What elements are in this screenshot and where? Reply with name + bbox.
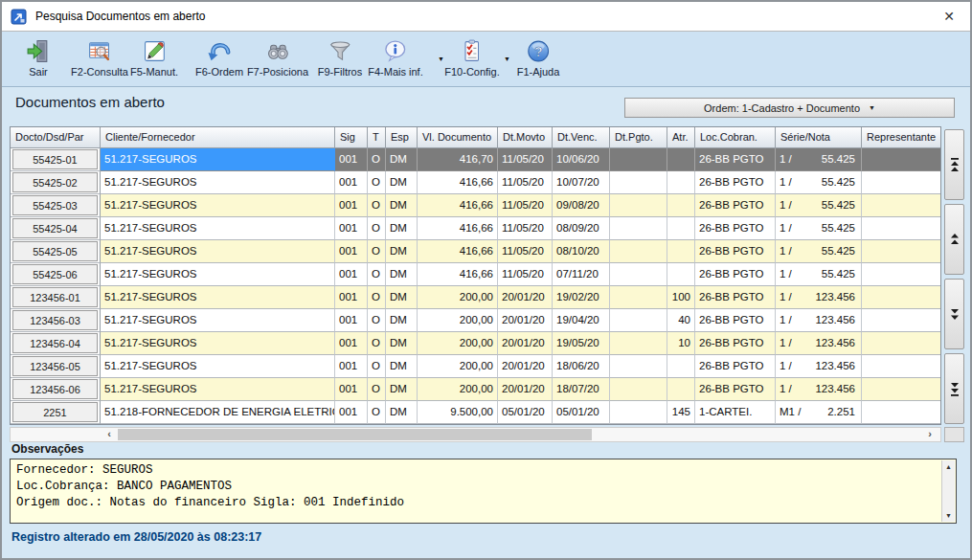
cell-t[interactable]: O xyxy=(368,263,386,286)
cell-serie-nota[interactable]: 1 /55.425 xyxy=(776,217,862,240)
cell-atr[interactable] xyxy=(667,355,695,378)
cell-movto[interactable]: 11/05/20 xyxy=(498,171,553,194)
cell-atr[interactable] xyxy=(667,240,695,263)
cell-rep[interactable] xyxy=(862,171,941,194)
sair-button[interactable]: Sair xyxy=(23,36,55,79)
cell-movto[interactable]: 20/01/20 xyxy=(498,378,553,401)
cell-sig[interactable]: 001 xyxy=(335,378,368,401)
cell-atr[interactable]: 145 xyxy=(667,401,695,424)
cell-venc[interactable]: 18/07/20 xyxy=(553,378,610,401)
cell-venc[interactable]: 09/08/20 xyxy=(553,194,610,217)
cell-rep[interactable] xyxy=(862,286,941,309)
column-header-11[interactable]: Série/Nota xyxy=(776,127,862,148)
observations-textarea[interactable]: Fornecedor: SEGUROS Loc.Cobrança: BANCO … xyxy=(10,459,957,524)
cell-serie-nota[interactable]: 1 /123.456 xyxy=(776,378,862,401)
horizontal-scrollbar-thumb[interactable] xyxy=(118,429,592,440)
cell-rep[interactable] xyxy=(862,148,941,171)
cell-movto[interactable]: 11/05/20 xyxy=(498,148,553,171)
cell-movto[interactable]: 11/05/20 xyxy=(498,194,553,217)
cell-sig[interactable]: 001 xyxy=(335,286,368,309)
cell-serie-nota[interactable]: M1 /2.251 xyxy=(776,401,862,424)
close-icon[interactable]: ✕ xyxy=(940,8,958,25)
cell-movto[interactable]: 20/01/20 xyxy=(498,355,553,378)
cell-sig[interactable]: 001 xyxy=(335,148,368,171)
column-header-4[interactable]: Esp xyxy=(386,127,418,148)
cell-sig[interactable]: 001 xyxy=(335,263,368,286)
cell-atr[interactable]: 10 xyxy=(667,332,695,355)
cell-esp[interactable]: DM xyxy=(386,332,418,355)
cell-atr[interactable] xyxy=(667,378,695,401)
cell-valor[interactable]: 416,66 xyxy=(418,263,498,286)
cell-venc[interactable]: 10/06/20 xyxy=(553,148,610,171)
cell-pgto[interactable] xyxy=(610,355,667,378)
table-row[interactable]: 123456-0151.217-SEGUROS001ODM200,0020/01… xyxy=(11,286,940,309)
cell-esp[interactable]: DM xyxy=(386,240,418,263)
cell-loc[interactable]: 26-BB PGTO xyxy=(695,286,776,309)
cell-valor[interactable]: 9.500,00 xyxy=(418,401,498,424)
row-selector-button[interactable]: 55425-04 xyxy=(12,218,98,238)
f4-mais-inf-button[interactable]: F4-Mais inf. xyxy=(365,36,425,79)
cell-venc[interactable]: 07/11/20 xyxy=(553,263,610,286)
cell-esp[interactable]: DM xyxy=(386,401,418,424)
cell-pgto[interactable] xyxy=(610,194,667,217)
obs-scroll-down-icon[interactable]: ▼ xyxy=(942,512,955,519)
cell-atr[interactable] xyxy=(667,263,695,286)
cell-rep[interactable] xyxy=(862,217,941,240)
cell-loc[interactable]: 26-BB PGTO xyxy=(695,332,776,355)
cell-esp[interactable]: DM xyxy=(386,217,418,240)
cell-loc[interactable]: 26-BB PGTO xyxy=(695,309,776,332)
cell-loc[interactable]: 26-BB PGTO xyxy=(695,263,776,286)
cell-venc[interactable]: 19/05/20 xyxy=(553,332,610,355)
cell-loc[interactable]: 26-BB PGTO xyxy=(695,217,776,240)
cell-valor[interactable]: 200,00 xyxy=(418,332,498,355)
cell-esp[interactable]: DM xyxy=(386,194,418,217)
cell-movto[interactable]: 20/01/20 xyxy=(498,286,553,309)
cell-venc[interactable]: 19/04/20 xyxy=(553,309,610,332)
cell-sig[interactable]: 001 xyxy=(335,401,368,424)
column-header-3[interactable]: T xyxy=(368,127,386,148)
row-selector-button[interactable]: 123456-03 xyxy=(12,310,98,330)
cell-serie-nota[interactable]: 1 /55.425 xyxy=(776,240,862,263)
cell-pgto[interactable] xyxy=(610,263,667,286)
cell-movto[interactable]: 20/01/20 xyxy=(498,309,553,332)
cell-sig[interactable]: 001 xyxy=(335,171,368,194)
scroll-right-icon[interactable]: › xyxy=(922,428,938,441)
cell-sig[interactable]: 001 xyxy=(335,240,368,263)
cell-pgto[interactable] xyxy=(610,286,667,309)
row-selector-button[interactable]: 123456-06 xyxy=(12,379,98,399)
cell-venc[interactable]: 08/10/20 xyxy=(553,240,610,263)
cell-rep[interactable] xyxy=(862,309,941,332)
cell-atr[interactable] xyxy=(667,194,695,217)
cell-cliente[interactable]: 51.217-SEGUROS xyxy=(101,378,335,401)
table-row[interactable]: 55425-0351.217-SEGUROS001ODM416,6611/05/… xyxy=(11,194,940,217)
column-header-6[interactable]: Dt.Movto xyxy=(498,127,553,148)
cell-t[interactable]: O xyxy=(368,217,386,240)
cell-serie-nota[interactable]: 1 /55.425 xyxy=(776,194,862,217)
cell-cliente[interactable]: 51.217-SEGUROS xyxy=(101,263,335,286)
cell-t[interactable]: O xyxy=(368,171,386,194)
table-row[interactable]: 55425-0151.217-SEGUROS001ODM416,7011/05/… xyxy=(11,148,940,171)
cell-esp[interactable]: DM xyxy=(386,355,418,378)
table-row[interactable]: 123456-0351.217-SEGUROS001ODM200,0020/01… xyxy=(11,309,940,332)
cell-pgto[interactable] xyxy=(610,332,667,355)
cell-t[interactable]: O xyxy=(368,309,386,332)
cell-pgto[interactable] xyxy=(610,240,667,263)
cell-serie-nota[interactable]: 1 /55.425 xyxy=(776,263,862,286)
cell-movto[interactable]: 20/01/20 xyxy=(498,332,553,355)
cell-cliente[interactable]: 51.217-SEGUROS xyxy=(101,286,335,309)
cell-venc[interactable]: 18/06/20 xyxy=(553,355,610,378)
cell-rep[interactable] xyxy=(862,240,941,263)
column-header-12[interactable]: Representante xyxy=(862,127,941,148)
row-selector-button[interactable]: 55425-05 xyxy=(12,241,98,261)
cell-atr[interactable]: 100 xyxy=(667,286,695,309)
cell-t[interactable]: O xyxy=(368,355,386,378)
table-row[interactable]: 55425-0651.217-SEGUROS001ODM416,6611/05/… xyxy=(11,263,940,286)
scroll-to-bottom-button[interactable] xyxy=(944,353,964,424)
f6-ordem-button[interactable]: F6-Ordem xyxy=(192,36,246,79)
cell-rep[interactable] xyxy=(862,401,941,424)
cell-venc[interactable]: 10/07/20 xyxy=(553,171,610,194)
cell-cliente[interactable]: 51.217-SEGUROS xyxy=(101,240,335,263)
cell-sig[interactable]: 001 xyxy=(335,332,368,355)
config-dropdown-arrow[interactable]: ▼ xyxy=(504,56,510,62)
cell-valor[interactable]: 416,66 xyxy=(418,194,498,217)
